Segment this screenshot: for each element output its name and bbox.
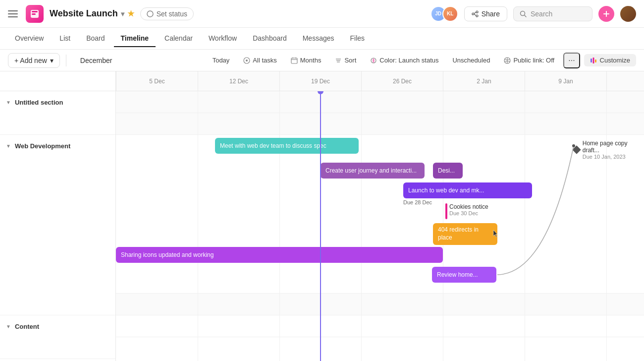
tab-board[interactable]: Board <box>79 30 111 47</box>
tab-files[interactable]: Files <box>343 30 372 47</box>
add-new-button[interactable]: + Add new ▾ <box>8 53 60 68</box>
svg-line-10 <box>525 15 527 17</box>
sidebar-item-untitled-section[interactable]: ▼ Untitled section <box>0 91 115 113</box>
task-sharing[interactable]: Sharing icons updated and working <box>116 247 443 263</box>
star-icon[interactable]: ★ <box>127 9 134 18</box>
more-options-button[interactable]: ··· <box>563 53 580 68</box>
svg-point-14 <box>246 60 248 61</box>
svg-rect-26 <box>592 58 594 63</box>
svg-rect-2 <box>32 13 36 15</box>
cookies-indicator <box>445 203 447 219</box>
date-col-9jan: 9 Jan <box>525 71 606 91</box>
nav-tabs: Overview List Board Timeline Calendar Wo… <box>0 28 644 50</box>
task-404-redirects[interactable]: 404 redirects in place <box>433 223 497 245</box>
topbar: Website Launch ▾ ★ Set status JD KL Shar… <box>0 0 644 28</box>
tab-workflow[interactable]: Workflow <box>202 30 244 47</box>
svg-point-6 <box>476 15 478 17</box>
tab-messages[interactable]: Messages <box>296 30 341 47</box>
sidebar: ▼ Untitled section ▼ Web Development ▼ C… <box>0 71 116 361</box>
milestone-text: Home page copy draft... Due 10 Jan, 2023 <box>583 140 644 160</box>
cookies-label[interactable]: Cookies notice <box>449 203 488 210</box>
svg-point-5 <box>472 13 474 15</box>
svg-rect-25 <box>590 59 592 62</box>
web-development-label: Web Development <box>15 142 70 150</box>
app-icon <box>26 5 44 23</box>
month-label: December <box>80 57 112 64</box>
collapse-web-icon: ▼ <box>6 143 11 149</box>
topbar-right: JD KL Share Search <box>430 6 636 22</box>
svg-point-3 <box>147 11 153 17</box>
task-create-user[interactable]: Create user journey and interacti... <box>321 163 425 179</box>
customize-button[interactable]: Customize <box>584 54 636 66</box>
untitled-section-label: Untitled section <box>15 99 63 106</box>
chevron-down-icon: ▾ <box>50 57 54 64</box>
timeline: 5 Dec 12 Dec 19 Dec 26 Dec 2 Jan 9 Jan 1… <box>116 71 644 361</box>
set-status-btn[interactable]: Set status <box>140 7 194 20</box>
svg-rect-27 <box>595 60 596 62</box>
cookies-text-wrapper: Cookies notice Due 30 Dec <box>449 203 488 216</box>
search-bar[interactable]: Search <box>513 6 592 21</box>
date-col-19dec: 19 Dec <box>279 71 361 91</box>
task-launch-web-wrapper: Launch to web dev and mk... Due 28 Dec <box>403 182 532 205</box>
web-dev-tasks-area: Meet with web dev team to discuss spec C… <box>116 135 644 294</box>
cookies-date: Due 30 Dec <box>449 210 488 216</box>
milestone-home-copy: Home page copy draft... Due 10 Jan, 2023 <box>574 140 644 160</box>
web-development-body <box>0 157 115 315</box>
task-review-home[interactable]: Review home... <box>432 267 496 283</box>
dropdown-icon[interactable]: ▾ <box>121 10 124 18</box>
tab-dashboard[interactable]: Dashboard <box>246 30 294 47</box>
svg-rect-15 <box>291 58 297 63</box>
tab-overview[interactable]: Overview <box>8 30 51 47</box>
svg-rect-1 <box>32 11 38 12</box>
sidebar-item-web-development[interactable]: ▼ Web Development <box>0 135 115 157</box>
content-body-timeline <box>116 315 644 337</box>
svg-line-8 <box>474 14 476 15</box>
svg-line-7 <box>474 12 476 13</box>
toolbar: + Add new ▾ December Today All tasks Mon… <box>0 50 644 71</box>
tab-calendar[interactable]: Calendar <box>158 30 200 47</box>
project-title: Website Launch ▾ ★ <box>50 8 134 19</box>
menu-icon[interactable] <box>8 8 20 20</box>
share-button[interactable]: Share <box>464 6 507 21</box>
months-button[interactable]: Months <box>286 54 326 66</box>
add-button[interactable] <box>598 6 614 22</box>
cookies-notice-wrapper: Cookies notice Due 30 Dec <box>445 203 488 219</box>
content-section-timeline-row <box>116 294 644 315</box>
web-development-section-row <box>116 113 644 135</box>
timeline-body: Meet with web dev team to discuss spec C… <box>116 91 644 361</box>
collapse-content-icon: ▼ <box>6 324 11 329</box>
tab-list[interactable]: List <box>53 30 77 47</box>
sidebar-item-content[interactable]: ▼ Content <box>0 315 115 337</box>
toolbar-separator <box>66 55 66 66</box>
sort-button[interactable]: Sort <box>330 54 361 66</box>
content-label: Content <box>15 323 39 330</box>
svg-point-4 <box>476 11 478 13</box>
avatar-2[interactable]: KL <box>442 6 458 22</box>
date-col-2jan: 2 Jan <box>443 71 525 91</box>
date-col-5dec: 5 Dec <box>116 71 198 91</box>
date-col-26dec: 26 Dec <box>361 71 443 91</box>
toolbar-right: Today All tasks Months Sort Color: Launc… <box>208 53 636 68</box>
dependency-curve <box>116 135 644 293</box>
milestone-diamond <box>572 146 581 154</box>
unscheduled-button[interactable]: Unscheduled <box>447 54 495 66</box>
task-desi[interactable]: Desi... <box>433 163 463 179</box>
collapse-icon: ▼ <box>6 100 11 105</box>
untitled-section-body <box>0 113 115 135</box>
all-tasks-button[interactable]: All tasks <box>238 54 281 66</box>
user-avatar[interactable] <box>620 6 636 22</box>
date-col-16: 16 <box>606 71 644 91</box>
task-meet-dev[interactable]: Meet with web dev team to discuss spec <box>215 138 359 154</box>
task-launch-web[interactable]: Launch to web dev and mk... <box>403 182 532 198</box>
timeline-header: 5 Dec 12 Dec 19 Dec 26 Dec 2 Jan 9 Jan 1… <box>116 71 644 91</box>
public-link-button[interactable]: Public link: Off <box>499 54 559 66</box>
avatars: JD KL <box>430 6 458 22</box>
untitled-section-row <box>116 91 644 113</box>
content-body <box>0 337 115 359</box>
tab-timeline[interactable]: Timeline <box>114 30 156 47</box>
add-section-button[interactable]: + Add section <box>0 359 115 361</box>
main-area: ▼ Untitled section ▼ Web Development ▼ C… <box>0 71 644 361</box>
date-col-12dec: 12 Dec <box>198 71 279 91</box>
color-button[interactable]: Color: Launch status <box>365 54 443 66</box>
today-button[interactable]: Today <box>208 54 235 66</box>
